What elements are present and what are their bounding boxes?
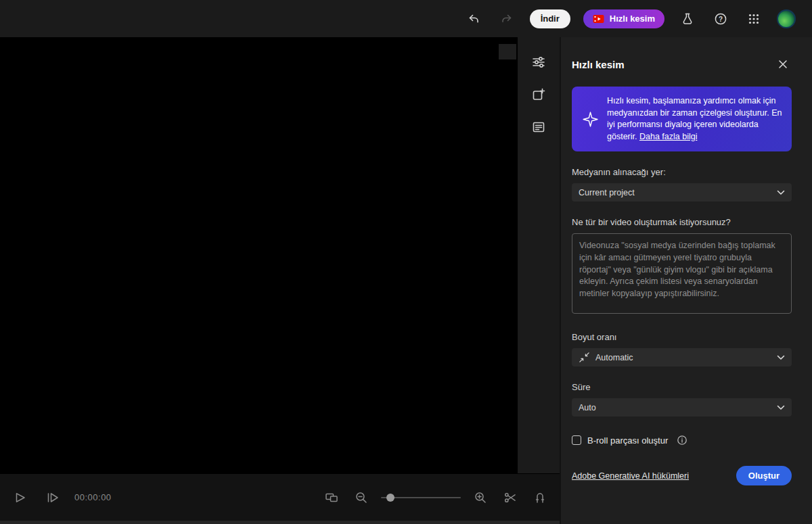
app-window: İndir Hızlı kesim [0,0,812,524]
prompt-label: Ne tür bir video oluşturmak istiyorsunuz… [572,217,792,227]
editor-column: 00:00:00 [0,37,560,524]
generative-ai-terms-link[interactable]: Adobe Generative AI hükümleri [572,471,689,481]
broll-row: B-roll parçası oluştur [572,435,792,446]
avatar[interactable] [777,9,796,28]
play-button[interactable] [9,487,30,508]
learn-more-link[interactable]: Daha fazla bilgi [639,132,697,141]
zoom-slider[interactable] [381,487,461,508]
play-in-out-button[interactable] [42,487,62,508]
help-icon: ? [714,12,727,26]
snap-button[interactable] [530,487,550,508]
duration-dropdown-value: Auto [579,403,596,412]
redo-button[interactable] [497,9,517,29]
zoom-in-icon [473,490,488,505]
aspect-ratio-icon [579,352,590,363]
zoom-slider-knob[interactable] [386,494,394,502]
split-clip-icon [503,490,518,505]
chevron-down-icon [777,405,785,410]
aspect-label: Boyut oranı [572,332,792,342]
close-panel-button[interactable] [774,55,792,73]
close-icon [777,59,788,70]
snap-magnet-icon [533,490,547,505]
quick-cut-button-label: Hızlı kesim [610,14,655,24]
broll-checkbox[interactable] [572,435,581,445]
video-preview[interactable] [0,37,516,473]
main-area: 00:00:00 [0,37,812,524]
prompt-textarea[interactable] [572,233,792,314]
aspect-dropdown[interactable]: Automatic [572,348,792,366]
create-button-label: Oluştur [748,471,780,481]
timecode: 00:00:00 [74,492,112,502]
stage-row [0,37,560,473]
quick-cut-button[interactable]: Hızlı kesim [583,9,664,28]
undo-button[interactable] [464,9,484,29]
redo-icon [500,12,514,26]
info-banner-text: Hızlı kesim, başlamanıza yardımcı olmak … [607,95,784,143]
beta-experiments-button[interactable] [677,9,698,29]
chevron-down-icon [777,190,785,195]
add-edit-button[interactable] [527,83,550,106]
panel-footer: Adobe Generative AI hükümleri Oluştur [572,466,792,485]
duration-dropdown[interactable]: Auto [572,398,792,416]
add-edit-icon [531,87,546,102]
zoom-in-button[interactable] [470,487,491,508]
info-circle-icon[interactable] [677,435,687,446]
apps-grid-icon [748,13,760,25]
create-button[interactable]: Oluştur [736,466,792,485]
aspect-dropdown-value: Automatic [595,353,633,362]
adjustments-icon [531,55,546,70]
download-button[interactable]: İndir [530,9,570,28]
zoom-out-button[interactable] [351,487,371,508]
film-icon [593,14,604,24]
undo-icon [467,12,480,26]
transcript-icon [531,120,546,135]
flask-icon [681,12,694,26]
sparkle-icon [580,110,600,128]
panel-title: Hızlı kesim [572,59,625,70]
dual-monitor-icon [324,490,339,505]
dual-monitor-button[interactable] [321,487,342,508]
svg-text:?: ? [719,15,723,22]
top-bar: İndir Hızlı kesim [0,0,812,37]
side-tool-strip [516,37,560,473]
broll-label: B-roll parçası oluştur [587,435,668,446]
timeline-strip[interactable] [0,521,560,524]
source-dropdown[interactable]: Current project [572,183,792,201]
preview-corner-notch [499,44,516,59]
download-button-label: İndir [541,14,560,24]
split-clip-button[interactable] [500,487,520,508]
panel-header: Hızlı kesim [572,55,792,73]
duration-label: Süre [572,382,792,392]
help-button[interactable]: ? [710,9,731,29]
transport-bar: 00:00:00 [0,473,560,521]
source-label: Medyanın alınacağı yer: [572,167,792,177]
quick-cut-panel: Hızlı kesim Hızlı kesim, başlama [560,37,812,524]
play-icon [12,490,27,505]
play-in-out-icon [45,490,60,505]
info-banner: Hızlı kesim, başlamanıza yardımcı olmak … [572,87,792,151]
source-dropdown-value: Current project [579,188,635,197]
chevron-down-icon [777,355,785,360]
transport-right-cluster [321,487,550,508]
adjustments-button[interactable] [527,51,550,74]
transcript-button[interactable] [527,116,550,139]
zoom-out-icon [354,490,369,505]
apps-grid-button[interactable] [744,9,764,29]
